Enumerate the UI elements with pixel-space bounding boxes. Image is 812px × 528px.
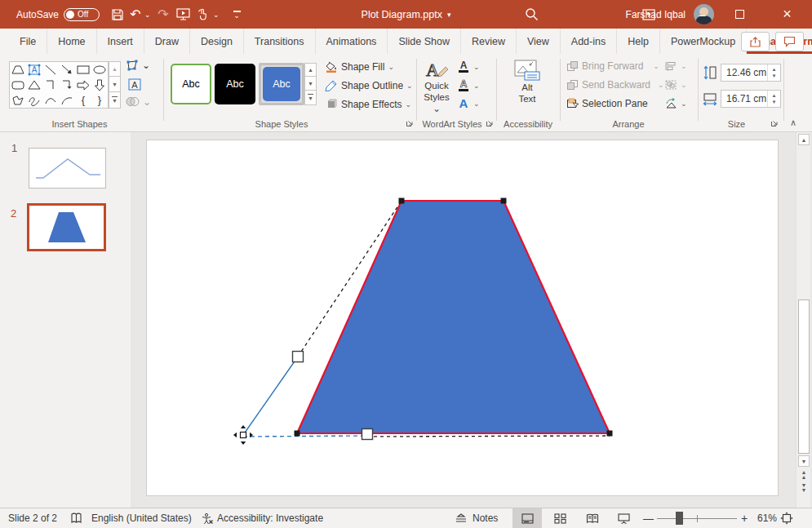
previous-slide-button[interactable]: ▲▲	[799, 470, 809, 480]
undo-button[interactable]: ↶	[128, 5, 143, 24]
touch-mouse-mode-icon[interactable]	[193, 5, 211, 24]
edit-shape-button[interactable]: ⌄	[125, 59, 150, 72]
shape-elbow-arrow-connector-icon[interactable]	[59, 78, 75, 93]
minimize-button[interactable]: –	[684, 0, 721, 29]
collapse-ribbon-icon[interactable]: ∧	[790, 118, 796, 128]
zoom-out-button[interactable]: —	[643, 508, 654, 528]
shape-styles-down-icon[interactable]: ▾	[304, 77, 317, 91]
shape-effects-button[interactable]: Shape Effects ⌄	[325, 98, 411, 110]
shape-styles-up-icon[interactable]: ▴	[304, 63, 317, 77]
comments-button[interactable]	[775, 32, 804, 51]
shape-down-arrow-icon[interactable]	[91, 78, 108, 93]
accessibility-status[interactable]: Accessibility: Investigate	[217, 508, 323, 528]
wordart-dialog-launcher-icon[interactable]	[486, 118, 495, 128]
shape-triangle-icon[interactable]	[26, 78, 42, 93]
tab-insert[interactable]: Insert	[97, 29, 144, 54]
scroll-down-icon[interactable]: ▼	[798, 455, 810, 467]
alt-text-button[interactable]: Alt Text	[504, 59, 550, 104]
height-spin-down-icon[interactable]: ▾	[773, 73, 776, 79]
autosave-control[interactable]: AutoSave Off	[16, 0, 100, 29]
shape-height-input[interactable]	[721, 64, 767, 81]
customize-qat-icon[interactable]: ⌄	[228, 5, 246, 24]
shape-style-swatch-2[interactable]: Abc	[215, 64, 255, 104]
tab-powermockup[interactable]: PowerMockup	[660, 29, 747, 54]
tab-add-ins[interactable]: Add-ins	[561, 29, 617, 54]
touch-mode-dropdown-icon[interactable]: ⌄	[213, 11, 221, 19]
shape-scribble-icon[interactable]	[26, 92, 42, 108]
text-outline-button[interactable]: A ⌄	[457, 78, 480, 92]
shape-style-swatch-3-selected[interactable]: Abc	[259, 63, 304, 105]
reading-view-button[interactable]	[578, 508, 607, 528]
width-spin-down-icon[interactable]: ▾	[773, 99, 776, 105]
shape-outline-button[interactable]: Shape Outline ⌄	[325, 79, 413, 91]
shape-rectangle-icon[interactable]	[75, 62, 91, 78]
shape-gallery[interactable]: A { }	[9, 61, 109, 109]
tab-animations[interactable]: Animations	[316, 29, 388, 54]
slide-1-thumbnail[interactable]	[29, 148, 106, 189]
shape-gallery-up-icon[interactable]: ▴	[109, 61, 121, 77]
search-icon[interactable]	[522, 4, 540, 24]
shape-width-field[interactable]: ▴▾	[721, 90, 781, 108]
shape-arrow-icon[interactable]	[59, 62, 75, 78]
edit-shape-dropdown-icon[interactable]: ⌄	[142, 60, 150, 71]
shape-trapezoid-icon[interactable]	[10, 62, 26, 78]
normal-view-button[interactable]	[512, 508, 542, 528]
width-spin-up-icon[interactable]: ▴	[773, 92, 776, 99]
text-effects-button[interactable]: A ⌄	[457, 96, 480, 110]
undo-dropdown-icon[interactable]: ⌄	[144, 11, 153, 19]
tab-help[interactable]: Help	[617, 29, 660, 54]
shape-freeform-icon[interactable]	[10, 92, 26, 108]
slideshow-view-button[interactable]	[609, 508, 638, 528]
zoom-in-button[interactable]: +	[741, 508, 748, 528]
tab-home[interactable]: Home	[47, 29, 96, 54]
shape-fill-dropdown-icon[interactable]: ⌄	[388, 63, 394, 71]
spell-check-icon[interactable]	[70, 508, 82, 528]
start-slideshow-icon[interactable]	[174, 5, 192, 24]
share-button[interactable]	[741, 32, 770, 51]
shape-gallery-down-icon[interactable]: ▾	[109, 77, 121, 92]
autosave-toggle[interactable]: Off	[64, 8, 100, 21]
ribbon-display-options-icon[interactable]	[632, 0, 665, 29]
shape-arc-icon[interactable]	[59, 92, 75, 108]
slide-sorter-view-button[interactable]	[545, 508, 575, 528]
slide-2-thumbnail-selected[interactable]	[27, 203, 106, 251]
shape-textbox-selected-icon[interactable]: A	[26, 62, 42, 78]
tab-design[interactable]: Design	[190, 29, 244, 54]
text-fill-dropdown-icon[interactable]: ⌄	[473, 63, 480, 71]
tab-draw[interactable]: Draw	[144, 29, 190, 54]
shape-height-field[interactable]: ▴▾	[721, 64, 781, 82]
shape-fill-button[interactable]: Shape Fill ⌄	[325, 60, 394, 73]
text-effects-dropdown-icon[interactable]: ⌄	[473, 100, 480, 108]
slide-surface[interactable]	[146, 140, 779, 496]
text-outline-dropdown-icon[interactable]: ⌄	[473, 82, 480, 90]
slide-indicator[interactable]: Slide 2 of 2	[8, 508, 57, 528]
scroll-up-icon[interactable]: ▲	[798, 134, 810, 145]
save-icon[interactable]	[109, 5, 126, 24]
shape-curve-icon[interactable]	[42, 92, 59, 108]
wordart-quick-styles-button[interactable]: A Quick Styles ⌄	[420, 59, 453, 114]
shape-elbow-connector-icon[interactable]	[42, 78, 59, 93]
accessibility-icon[interactable]	[201, 508, 214, 528]
shape-right-brace-icon[interactable]: }	[91, 92, 108, 108]
notes-button[interactable]: Notes	[454, 508, 498, 528]
scrollbar-thumb[interactable]	[798, 299, 810, 454]
shape-styles-more-icon[interactable]: ▾	[304, 91, 317, 105]
next-slide-button[interactable]: ▼▼	[799, 483, 809, 493]
selection-pane-button[interactable]: Selection Pane	[566, 98, 648, 109]
shape-rounded-rectangle-icon[interactable]	[10, 78, 26, 93]
zoom-level[interactable]: 61%	[757, 508, 777, 528]
shape-right-arrow-icon[interactable]	[75, 78, 91, 93]
shape-line-icon[interactable]	[42, 62, 59, 78]
maximize-button[interactable]	[721, 0, 758, 29]
rotate-dropdown-icon[interactable]: ⌄	[681, 100, 687, 108]
tab-slide-show[interactable]: Slide Show	[388, 29, 461, 54]
vertical-scrollbar[interactable]: ▲ ▼ ▲▲ ▼▼	[796, 132, 810, 508]
text-box-button[interactable]: A	[127, 78, 142, 91]
text-fill-button[interactable]: A ⌄	[457, 60, 480, 73]
shape-oval-icon[interactable]	[91, 62, 108, 78]
tab-file[interactable]: File	[8, 29, 47, 54]
height-spin-up-icon[interactable]: ▴	[773, 66, 776, 73]
shape-outline-dropdown-icon[interactable]: ⌄	[406, 82, 413, 90]
shape-left-brace-icon[interactable]: {	[75, 92, 91, 108]
size-dialog-launcher-icon[interactable]	[770, 118, 780, 128]
